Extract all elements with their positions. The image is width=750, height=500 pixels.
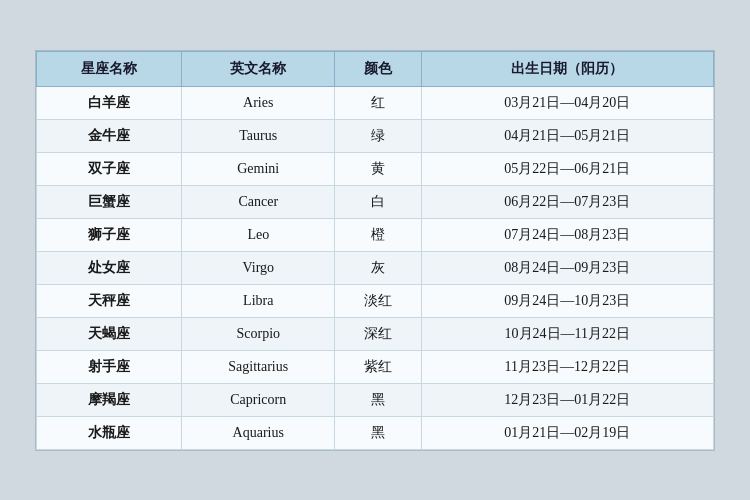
cell-row6-col1: Libra <box>182 284 335 317</box>
table-header-row: 星座名称 英文名称 颜色 出生日期（阳历） <box>37 51 714 86</box>
cell-row10-col1: Aquarius <box>182 416 335 449</box>
table-row: 狮子座Leo橙07月24日—08月23日 <box>37 218 714 251</box>
cell-row3-col2: 白 <box>335 185 421 218</box>
table-row: 处女座Virgo灰08月24日—09月23日 <box>37 251 714 284</box>
cell-row1-col0: 金牛座 <box>37 119 182 152</box>
cell-row10-col3: 01月21日—02月19日 <box>421 416 713 449</box>
cell-row9-col2: 黑 <box>335 383 421 416</box>
cell-row2-col1: Gemini <box>182 152 335 185</box>
cell-row1-col3: 04月21日—05月21日 <box>421 119 713 152</box>
cell-row1-col2: 绿 <box>335 119 421 152</box>
cell-row7-col0: 天蝎座 <box>37 317 182 350</box>
cell-row6-col3: 09月24日—10月23日 <box>421 284 713 317</box>
cell-row2-col3: 05月22日—06月21日 <box>421 152 713 185</box>
table-row: 天蝎座Scorpio深红10月24日—11月22日 <box>37 317 714 350</box>
zodiac-table: 星座名称 英文名称 颜色 出生日期（阳历） 白羊座Aries红03月21日—04… <box>36 51 714 450</box>
cell-row1-col1: Taurus <box>182 119 335 152</box>
cell-row6-col2: 淡红 <box>335 284 421 317</box>
cell-row4-col1: Leo <box>182 218 335 251</box>
table-row: 摩羯座Capricorn黑12月23日—01月22日 <box>37 383 714 416</box>
cell-row3-col0: 巨蟹座 <box>37 185 182 218</box>
table-row: 天秤座Libra淡红09月24日—10月23日 <box>37 284 714 317</box>
table-row: 射手座Sagittarius紫红11月23日—12月22日 <box>37 350 714 383</box>
col-header-chinese-name: 星座名称 <box>37 51 182 86</box>
cell-row8-col3: 11月23日—12月22日 <box>421 350 713 383</box>
col-header-birthdate: 出生日期（阳历） <box>421 51 713 86</box>
col-header-english-name: 英文名称 <box>182 51 335 86</box>
table-row: 巨蟹座Cancer白06月22日—07月23日 <box>37 185 714 218</box>
cell-row5-col1: Virgo <box>182 251 335 284</box>
cell-row2-col2: 黄 <box>335 152 421 185</box>
cell-row3-col3: 06月22日—07月23日 <box>421 185 713 218</box>
cell-row0-col3: 03月21日—04月20日 <box>421 86 713 119</box>
cell-row0-col2: 红 <box>335 86 421 119</box>
cell-row9-col1: Capricorn <box>182 383 335 416</box>
cell-row6-col0: 天秤座 <box>37 284 182 317</box>
cell-row0-col0: 白羊座 <box>37 86 182 119</box>
cell-row10-col0: 水瓶座 <box>37 416 182 449</box>
cell-row9-col3: 12月23日—01月22日 <box>421 383 713 416</box>
cell-row7-col1: Scorpio <box>182 317 335 350</box>
cell-row8-col2: 紫红 <box>335 350 421 383</box>
cell-row8-col1: Sagittarius <box>182 350 335 383</box>
table-row: 白羊座Aries红03月21日—04月20日 <box>37 86 714 119</box>
cell-row7-col2: 深红 <box>335 317 421 350</box>
cell-row5-col3: 08月24日—09月23日 <box>421 251 713 284</box>
table-row: 双子座Gemini黄05月22日—06月21日 <box>37 152 714 185</box>
col-header-color: 颜色 <box>335 51 421 86</box>
zodiac-table-container: 星座名称 英文名称 颜色 出生日期（阳历） 白羊座Aries红03月21日—04… <box>35 50 715 451</box>
cell-row10-col2: 黑 <box>335 416 421 449</box>
cell-row2-col0: 双子座 <box>37 152 182 185</box>
cell-row4-col3: 07月24日—08月23日 <box>421 218 713 251</box>
cell-row7-col3: 10月24日—11月22日 <box>421 317 713 350</box>
table-body: 白羊座Aries红03月21日—04月20日金牛座Taurus绿04月21日—0… <box>37 86 714 449</box>
table-row: 金牛座Taurus绿04月21日—05月21日 <box>37 119 714 152</box>
cell-row5-col0: 处女座 <box>37 251 182 284</box>
cell-row4-col2: 橙 <box>335 218 421 251</box>
cell-row4-col0: 狮子座 <box>37 218 182 251</box>
cell-row5-col2: 灰 <box>335 251 421 284</box>
table-row: 水瓶座Aquarius黑01月21日—02月19日 <box>37 416 714 449</box>
cell-row0-col1: Aries <box>182 86 335 119</box>
cell-row8-col0: 射手座 <box>37 350 182 383</box>
cell-row9-col0: 摩羯座 <box>37 383 182 416</box>
cell-row3-col1: Cancer <box>182 185 335 218</box>
